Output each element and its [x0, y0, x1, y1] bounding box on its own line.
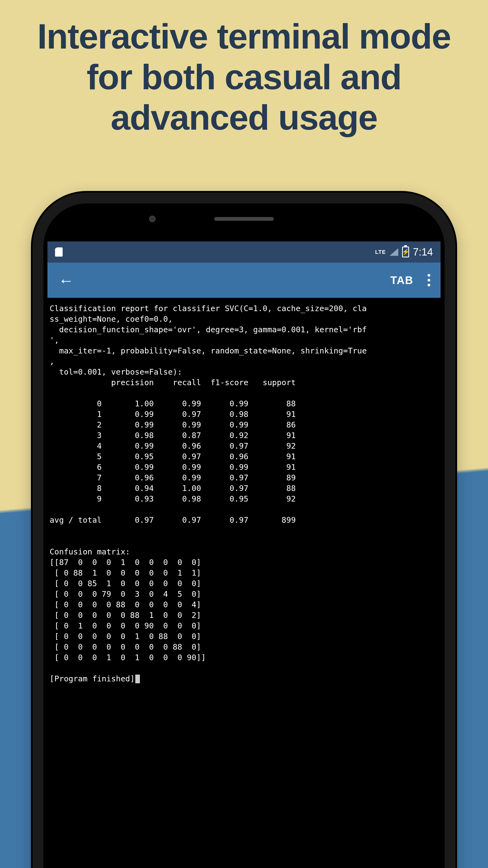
phone-camera-icon	[149, 216, 156, 222]
overflow-menu-button[interactable]	[425, 272, 432, 289]
phone-frame: LTE ⚡ 7:14 ← TAB	[33, 193, 455, 868]
terminal-output[interactable]: Classification report for classifier SVC…	[47, 298, 441, 868]
tab-key-button[interactable]: TAB	[390, 274, 414, 286]
clock-time: 7:14	[413, 246, 433, 258]
battery-charging-icon: ⚡	[402, 247, 409, 257]
phone-speaker	[214, 217, 274, 221]
phone-screen: LTE ⚡ 7:14 ← TAB	[47, 241, 441, 868]
app-toolbar: ← TAB	[47, 262, 441, 298]
network-lte-label: LTE	[375, 249, 386, 255]
status-bar: LTE ⚡ 7:14	[47, 241, 441, 262]
signal-icon	[390, 248, 398, 256]
sdcard-icon	[55, 247, 63, 257]
marketing-headline: Interactive terminal mode for both casua…	[13, 16, 475, 138]
back-button[interactable]: ←	[58, 271, 74, 289]
terminal-cursor	[135, 675, 140, 683]
